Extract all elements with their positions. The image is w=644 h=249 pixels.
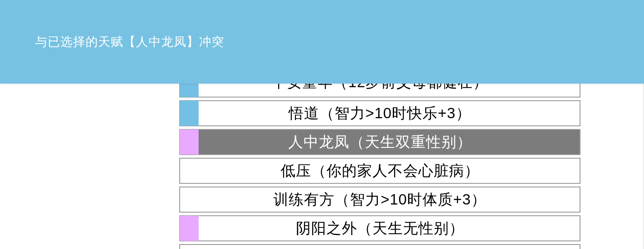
talent-label: 训练有方（智力>10时体质+3） (180, 190, 580, 210)
talent-item[interactable]: 低压（你的家人不会心脏病） (179, 158, 581, 184)
talent-item-selected[interactable]: 人中龙凤（天生双重性别） (179, 129, 581, 155)
talent-label: 人中龙凤（天生双重性别） (180, 132, 580, 152)
talent-item[interactable]: 训练有方（智力>10时体质+3） (179, 187, 581, 213)
talent-item[interactable]: 阴阳之外（天生无性别） (179, 215, 581, 241)
banner-message: 与已选择的天赋【人中龙凤】冲突 (35, 34, 224, 50)
rarity-tag-blue (180, 101, 199, 126)
talent-label: 阴阳之外（天生无性别） (180, 218, 580, 239)
talent-item[interactable]: 悟道（智力>10时快乐+3） (179, 100, 581, 126)
talent-label: 低压（你的家人不会心脏病） (180, 161, 580, 181)
talent-label: 悟道（智力>10时快乐+3） (180, 103, 580, 124)
rarity-tag-violet (180, 216, 199, 241)
talent-list: 平安童年（12岁前父母都健在） 悟道（智力>10时快乐+3） 人中龙凤（天生双重… (179, 77, 581, 249)
conflict-banner: 与已选择的天赋【人中龙凤】冲突 (0, 0, 644, 84)
rarity-tag-violet (180, 129, 199, 155)
talent-item[interactable]: 天文爱好（所有属性-1） (179, 244, 581, 249)
